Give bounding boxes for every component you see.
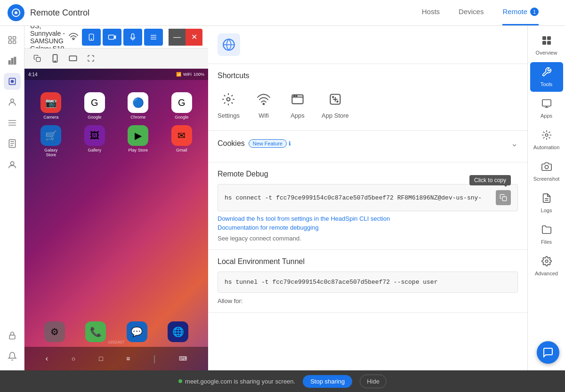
app-logo bbox=[8, 4, 24, 21]
dock-settings[interactable]: ⚙ bbox=[42, 321, 67, 342]
files-icon bbox=[541, 224, 552, 237]
svg-point-42 bbox=[545, 134, 548, 136]
toolbar-phone-portrait-icon[interactable] bbox=[48, 51, 62, 65]
svg-point-43 bbox=[545, 165, 548, 168]
remote-debug-section: Remote Debug hs connect -t fcc79ce999154… bbox=[208, 162, 527, 250]
tools-label: Tools bbox=[541, 81, 553, 87]
shortcut-app-store[interactable]: App Store bbox=[322, 89, 349, 119]
nav-home-icon[interactable]: ○ bbox=[72, 355, 75, 362]
copy-command-btn[interactable]: Click to copy bbox=[496, 190, 511, 205]
device-phone-btn[interactable] bbox=[82, 29, 101, 46]
app-play-store[interactable]: ▶ Play Store bbox=[126, 125, 150, 157]
cookies-chevron-icon[interactable]: ⌄ bbox=[511, 138, 518, 149]
tool-screenshot[interactable]: Screenshot bbox=[530, 157, 563, 186]
svg-rect-5 bbox=[13, 41, 16, 44]
svg-point-13 bbox=[10, 162, 14, 165]
svg-point-35 bbox=[337, 101, 338, 102]
tool-apps[interactable]: Apps bbox=[530, 94, 563, 123]
toolbar-copy-icon[interactable] bbox=[30, 51, 44, 65]
app-gallery[interactable]: 🖼 Gallery bbox=[82, 125, 107, 157]
toolbar-phone-landscape-icon[interactable] bbox=[66, 51, 80, 65]
device-video-btn[interactable] bbox=[103, 29, 121, 46]
svg-point-34 bbox=[332, 96, 333, 97]
shortcuts-title: Shortcuts bbox=[218, 72, 250, 80]
svg-rect-40 bbox=[547, 41, 550, 44]
dock-phone[interactable]: 📞 bbox=[83, 321, 108, 342]
nav-back-icon[interactable]: ‹ bbox=[46, 354, 48, 363]
sharing-info: meet.google.com is sharing your screen. bbox=[178, 378, 295, 385]
close-btn[interactable]: ✕ bbox=[186, 29, 202, 46]
svg-point-1 bbox=[15, 11, 17, 14]
app-store-label: App Store bbox=[322, 112, 349, 119]
tool-tools[interactable]: Tools bbox=[530, 62, 563, 92]
app-google2[interactable]: G Google bbox=[170, 92, 194, 120]
sidebar-home[interactable] bbox=[4, 32, 21, 48]
tool-files[interactable]: Files bbox=[530, 220, 563, 249]
shortcut-wifi[interactable]: Wifi bbox=[254, 89, 274, 119]
tool-automation[interactable]: Automation bbox=[530, 125, 563, 155]
bottom-sharing-bar: meet.google.com is sharing your screen. … bbox=[0, 370, 565, 392]
tool-overview[interactable]: Overview bbox=[530, 31, 563, 60]
content-area: US, Sunnyvale - SAMSUNG Galaxy S10 bbox=[24, 26, 565, 370]
shortcuts-section: Shortcuts Settings bbox=[208, 64, 527, 131]
shortcut-settings[interactable]: Settings bbox=[218, 89, 240, 119]
sidebar-chart[interactable] bbox=[4, 52, 21, 69]
svg-point-46 bbox=[545, 260, 548, 263]
nav-recent-icon[interactable]: □ bbox=[99, 355, 103, 362]
device-more-btn[interactable] bbox=[144, 29, 163, 46]
cookies-info-icon[interactable]: ℹ bbox=[289, 140, 291, 147]
device-audio-btn[interactable] bbox=[123, 29, 142, 46]
browser-section bbox=[208, 26, 527, 64]
apps-label: Apps bbox=[291, 112, 305, 119]
stop-sharing-btn[interactable]: Stop sharing bbox=[303, 375, 352, 388]
nav-keyboard-icon[interactable]: ⌨ bbox=[179, 355, 187, 362]
sidebar-lock[interactable] bbox=[4, 327, 21, 344]
sidebar-menu[interactable] bbox=[4, 114, 21, 131]
app-store-icon bbox=[325, 89, 345, 109]
sharing-message: meet.google.com is sharing your screen. bbox=[185, 378, 295, 385]
sidebar-doc[interactable] bbox=[4, 135, 21, 152]
debug-link-cli[interactable]: Download the hs tool from settings in th… bbox=[218, 215, 518, 222]
svg-rect-36 bbox=[502, 197, 507, 201]
dock-internet[interactable]: 🌐 bbox=[166, 321, 190, 342]
svg-rect-14 bbox=[9, 335, 15, 339]
chat-button[interactable] bbox=[537, 341, 559, 364]
wifi-icon bbox=[254, 89, 274, 109]
phone-time: 4:14 bbox=[28, 72, 37, 77]
sidebar-profile[interactable] bbox=[4, 94, 21, 111]
tool-advanced[interactable]: Advanced bbox=[530, 251, 563, 281]
tab-hosts[interactable]: Hosts bbox=[422, 0, 440, 25]
minimize-btn[interactable]: — bbox=[169, 29, 186, 46]
logs-label: Logs bbox=[541, 208, 552, 213]
sidebar-remote[interactable] bbox=[4, 73, 21, 90]
tool-logs[interactable]: Logs bbox=[530, 188, 563, 218]
remote-debug-title: Remote Debug bbox=[218, 170, 268, 178]
phone-screen: 4:14 📶 WiFi 100% 📷 Camera bbox=[24, 69, 208, 370]
app-camera[interactable]: 📷 Camera bbox=[39, 92, 63, 120]
nav-tabs: Hosts Devices Remote 1 bbox=[422, 0, 539, 25]
browser-icon bbox=[218, 33, 240, 56]
svg-point-17 bbox=[91, 39, 91, 39]
app-google[interactable]: G Google bbox=[82, 92, 107, 120]
top-header: Remote Control Hosts Devices Remote 1 bbox=[0, 0, 565, 26]
toolbar-fullscreen-icon[interactable] bbox=[84, 51, 98, 65]
svg-rect-39 bbox=[542, 41, 545, 44]
app-chrome[interactable]: 🔵 Chrome bbox=[126, 92, 150, 120]
tunnel-command-box: hs tunnel -t fcc79ce999154c0c87ace507d5b… bbox=[218, 272, 518, 293]
tab-devices[interactable]: Devices bbox=[459, 0, 484, 25]
hide-btn[interactable]: Hide bbox=[360, 375, 387, 388]
overview-icon bbox=[541, 35, 552, 48]
tunnel-header: Local Environment Tunnel bbox=[218, 257, 518, 266]
svg-rect-8 bbox=[14, 57, 16, 64]
shortcut-apps[interactable]: Apps bbox=[288, 89, 307, 119]
debug-link-docs[interactable]: Documentation for remote debugging bbox=[218, 224, 518, 231]
tab-remote[interactable]: Remote 1 bbox=[502, 0, 539, 25]
svg-rect-7 bbox=[11, 58, 13, 64]
app-galaxy-store[interactable]: 🛒 Galaxy Store bbox=[39, 125, 63, 157]
sidebar-bell[interactable] bbox=[4, 348, 21, 365]
app-gmail[interactable]: ✉ Gmail bbox=[170, 125, 194, 157]
nav-menu-icon[interactable]: ≡ bbox=[126, 355, 130, 362]
svg-rect-26 bbox=[69, 56, 76, 61]
dock-messages[interactable]: 💬 bbox=[125, 321, 149, 342]
sidebar-user[interactable] bbox=[4, 156, 21, 173]
